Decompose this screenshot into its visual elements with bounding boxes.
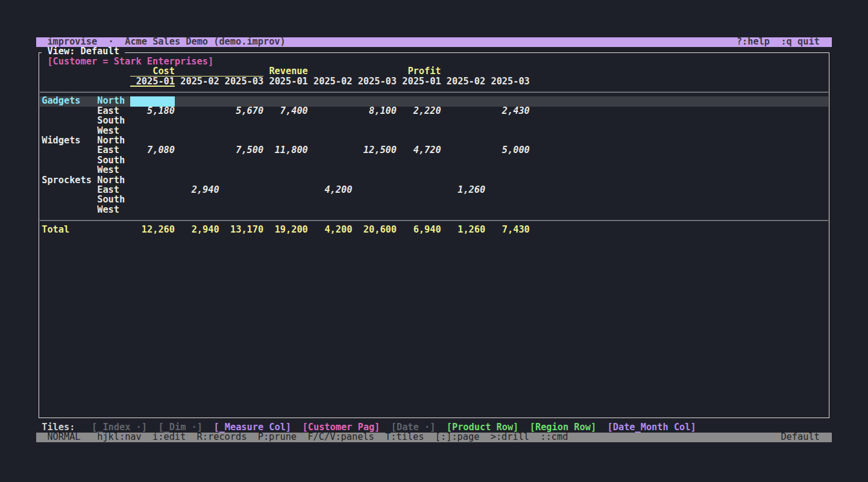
region-label[interactable]: South <box>97 195 125 205</box>
month-header[interactable]: 2025-02 <box>441 77 486 87</box>
measure-header-revenue[interactable]: Revenue <box>269 67 307 77</box>
pivot-cell[interactable]: 12,500 <box>352 146 397 155</box>
tile-product[interactable]: [Product Row] <box>447 423 518 433</box>
region-label[interactable]: West <box>97 127 119 136</box>
total-cell: 4,200 <box>308 225 353 235</box>
pivot-cell[interactable]: 5,670 <box>219 107 264 116</box>
product-label[interactable]: Sprockets <box>42 176 92 186</box>
total-cell: 19,200 <box>263 225 308 235</box>
total-cell: 7,430 <box>485 225 530 235</box>
pivot-cell[interactable]: 7,400 <box>263 107 308 116</box>
month-header[interactable]: 2025-02 <box>175 77 219 87</box>
pivot-row: East2,9404,2001,260 <box>36 186 832 195</box>
pivot-cell[interactable]: 11,800 <box>263 146 308 155</box>
terminal-screen: improvise · Acme Sales Demo (demo.improv… <box>0 0 868 482</box>
header-separator <box>40 92 828 92</box>
month-header[interactable]: 2025-01 <box>263 77 308 87</box>
region-label[interactable]: East <box>97 186 119 195</box>
tiles-label: Tiles: <box>42 423 75 433</box>
pivot-cell[interactable]: 8,100 <box>352 107 397 116</box>
month-header[interactable]: 2025-03 <box>219 77 264 87</box>
view-name-indicator: Default <box>781 433 819 442</box>
measure-header-cost[interactable]: Cost <box>153 67 175 77</box>
month-header[interactable]: 2025-01 <box>130 77 175 87</box>
total-cell: 12,260 <box>130 225 175 235</box>
total-cell: 13,170 <box>219 225 264 235</box>
pivot-row: West <box>36 127 832 136</box>
pivot-row: East5,1805,6707,4008,1002,2202,430 <box>36 107 832 116</box>
region-label[interactable]: East <box>97 107 119 116</box>
pivot-cell[interactable]: 2,430 <box>485 107 530 116</box>
region-label[interactable]: South <box>97 156 125 166</box>
key-hints: hjkl:nav i:edit R:records P:prune F/C/V:… <box>97 433 568 442</box>
pivot-cell[interactable]: 4,720 <box>397 146 441 155</box>
total-label: Total <box>42 225 69 235</box>
pivot-row: South <box>36 195 832 205</box>
month-header[interactable]: 2025-02 <box>308 77 353 87</box>
region-label[interactable]: North <box>97 176 125 186</box>
pivot-row: East7,0807,50011,80012,5004,7205,000 <box>36 146 832 155</box>
improvise-app: improvise · Acme Sales Demo (demo.improv… <box>36 37 832 443</box>
tile-date[interactable]: [Date ·] <box>391 423 436 433</box>
pivot-cell[interactable]: 1,260 <box>441 186 486 195</box>
title-separator-icon: · <box>108 37 114 47</box>
tile-region[interactable]: [Region Row] <box>530 423 596 433</box>
pivot-cell[interactable]: 5,180 <box>130 107 175 116</box>
app-name: improvise <box>47 37 97 47</box>
pivot-cell[interactable]: 7,080 <box>130 146 175 155</box>
pivot-row: South <box>36 156 832 166</box>
document-title: Acme Sales Demo (demo.improv) <box>125 37 286 47</box>
total-separator <box>40 220 828 221</box>
pivot-cell[interactable]: 4,200 <box>308 186 353 195</box>
total-row: Total12,2602,94013,17019,2004,20020,6006… <box>36 225 832 235</box>
product-label[interactable]: Gadgets <box>42 96 80 106</box>
pivot-cell[interactable]: 5,000 <box>485 146 530 155</box>
pivot-row: West <box>36 205 832 215</box>
region-label[interactable]: West <box>97 166 119 175</box>
region-label[interactable]: East <box>97 146 119 155</box>
tile-date_month[interactable]: [Date_Month Col] <box>608 423 696 433</box>
month-header[interactable]: 2025-03 <box>485 77 530 87</box>
month-header[interactable]: 2025-03 <box>352 77 397 87</box>
region-label[interactable]: North <box>97 136 125 146</box>
page-filter[interactable]: [Customer = Stark Enterprises] <box>47 57 213 67</box>
product-label[interactable]: Widgets <box>42 136 80 146</box>
pivot-row: West <box>36 166 832 175</box>
mode-indicator: NORMAL <box>47 433 80 442</box>
selected-month-underline <box>130 86 175 87</box>
quit-hint: :q quit <box>781 36 819 47</box>
total-cell: 20,600 <box>352 225 397 235</box>
pivot-cell[interactable]: 2,940 <box>175 186 219 195</box>
status-bar: NORMAL hjkl:nav i:edit R:records P:prune… <box>36 433 832 442</box>
total-cell: 6,940 <box>397 225 441 235</box>
title-bar: improvise · Acme Sales Demo (demo.improv… <box>36 37 832 47</box>
pivot-cell[interactable]: 7,500 <box>219 146 264 155</box>
month-header[interactable]: 2025-01 <box>397 77 441 87</box>
pivot-row: SprocketsNorth <box>36 176 832 186</box>
title-hints: ?:help :q quit <box>737 37 820 47</box>
tile-_index[interactable]: [_Index ·] <box>92 423 147 433</box>
tile-_dim[interactable]: [_Dim ·] <box>158 423 203 433</box>
tile-_measure[interactable]: [_Measure Col] <box>213 423 291 433</box>
tile-customer[interactable]: [Customer Pag] <box>303 423 380 433</box>
total-cell: 1,260 <box>441 225 486 235</box>
pivot-row: South <box>36 116 832 126</box>
region-label[interactable]: South <box>97 116 125 126</box>
region-label[interactable]: North <box>97 96 125 106</box>
help-hint: ?:help <box>737 36 770 47</box>
pivot-cell[interactable]: 2,220 <box>397 107 441 116</box>
total-cell: 2,940 <box>175 225 219 235</box>
measure-header-profit[interactable]: Profit <box>407 67 441 77</box>
region-label[interactable]: West <box>97 205 119 215</box>
